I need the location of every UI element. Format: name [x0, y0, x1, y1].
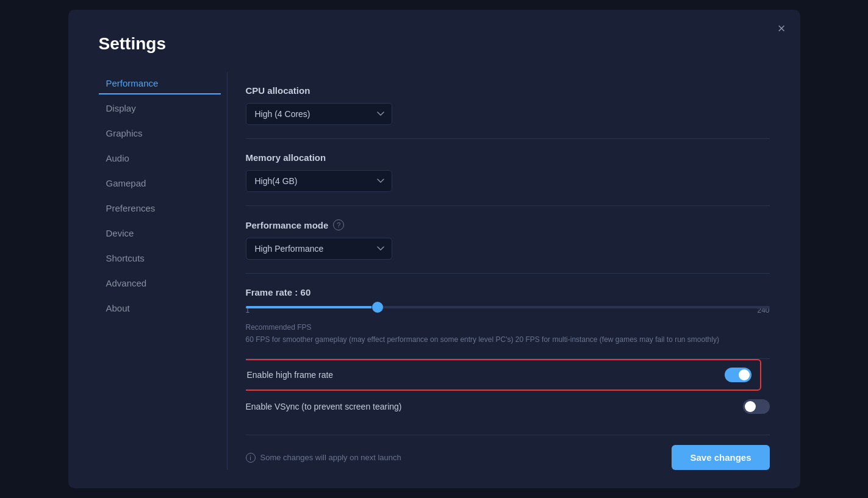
- toggle-track-vsync: [743, 399, 770, 414]
- fps-hint-title: Recommended FPS: [246, 323, 770, 332]
- toggle-track-high-frame-rate: [725, 368, 751, 382]
- close-button[interactable]: ×: [778, 22, 786, 35]
- toggle-thumb-vsync: [745, 401, 756, 412]
- main-content: CPU allocation High (4 Cores) Medium (2 …: [246, 72, 770, 470]
- enable-vsync-toggle[interactable]: [743, 399, 770, 414]
- performance-mode-label-row: Performance mode ?: [246, 219, 770, 230]
- vertical-divider: [227, 72, 228, 470]
- performance-mode-label: Performance mode: [246, 220, 329, 230]
- settings-dialog: × Settings Performance Display Graphics …: [68, 10, 800, 488]
- performance-mode-help-icon[interactable]: ?: [333, 219, 344, 230]
- sidebar-item-performance[interactable]: Performance: [99, 72, 221, 94]
- sidebar: Performance Display Graphics Audio Gamep…: [99, 72, 221, 470]
- frame-rate-slider[interactable]: [246, 306, 770, 308]
- memory-allocation-label: Memory allocation: [246, 152, 770, 163]
- frame-rate-label: Frame rate : 60: [246, 287, 770, 297]
- cpu-allocation-label: CPU allocation: [246, 85, 770, 96]
- sidebar-item-advanced[interactable]: Advanced: [99, 272, 221, 294]
- footer: i Some changes will apply on next launch…: [246, 435, 770, 470]
- enable-vsync-label: Enable VSync (to prevent screen tearing): [246, 402, 402, 411]
- cpu-allocation-select[interactable]: High (4 Cores) Medium (2 Cores) Low (1 C…: [246, 103, 392, 125]
- footer-hint: i Some changes will apply on next launch: [246, 453, 401, 463]
- toggle-thumb-high-frame-rate: [739, 369, 750, 380]
- sidebar-item-gamepad[interactable]: Gamepad: [99, 172, 221, 194]
- enable-vsync-row: Enable VSync (to prevent screen tearing): [246, 391, 770, 422]
- frame-rate-section: Frame rate : 60 1 240 Recommended FPS 60…: [246, 274, 770, 359]
- performance-mode-select[interactable]: High Performance Balanced Power Saver: [246, 238, 392, 260]
- sidebar-item-audio[interactable]: Audio: [99, 147, 221, 169]
- footer-hint-text: Some changes will apply on next launch: [260, 453, 401, 462]
- memory-allocation-section: Memory allocation High(4 GB) Medium(2 GB…: [246, 139, 770, 206]
- info-icon: i: [246, 453, 256, 463]
- cpu-allocation-section: CPU allocation High (4 Cores) Medium (2 …: [246, 72, 770, 139]
- fps-hint-text: 60 FPS for smoother gameplay (may effect…: [246, 334, 770, 345]
- sidebar-item-device[interactable]: Device: [99, 222, 221, 244]
- sidebar-item-preferences[interactable]: Preferences: [99, 197, 221, 219]
- enable-high-frame-rate-row: Enable high frame rate: [246, 359, 761, 391]
- enable-high-frame-rate-toggle[interactable]: [725, 368, 751, 382]
- performance-mode-section: Performance mode ? High Performance Bala…: [246, 206, 770, 274]
- content-area: Performance Display Graphics Audio Gamep…: [99, 72, 770, 470]
- sidebar-item-graphics[interactable]: Graphics: [99, 122, 221, 144]
- memory-allocation-select[interactable]: High(4 GB) Medium(2 GB) Low(1 GB): [246, 170, 392, 192]
- enable-high-frame-rate-label: Enable high frame rate: [247, 370, 334, 380]
- toggles-section: Enable high frame rate: [246, 359, 770, 422]
- save-changes-button[interactable]: Save changes: [672, 445, 769, 470]
- dialog-title: Settings: [99, 34, 770, 54]
- sidebar-item-display[interactable]: Display: [99, 97, 221, 119]
- sidebar-item-shortcuts[interactable]: Shortcuts: [99, 247, 221, 269]
- fps-hint: Recommended FPS 60 FPS for smoother game…: [246, 323, 770, 345]
- sidebar-item-about[interactable]: About: [99, 297, 221, 319]
